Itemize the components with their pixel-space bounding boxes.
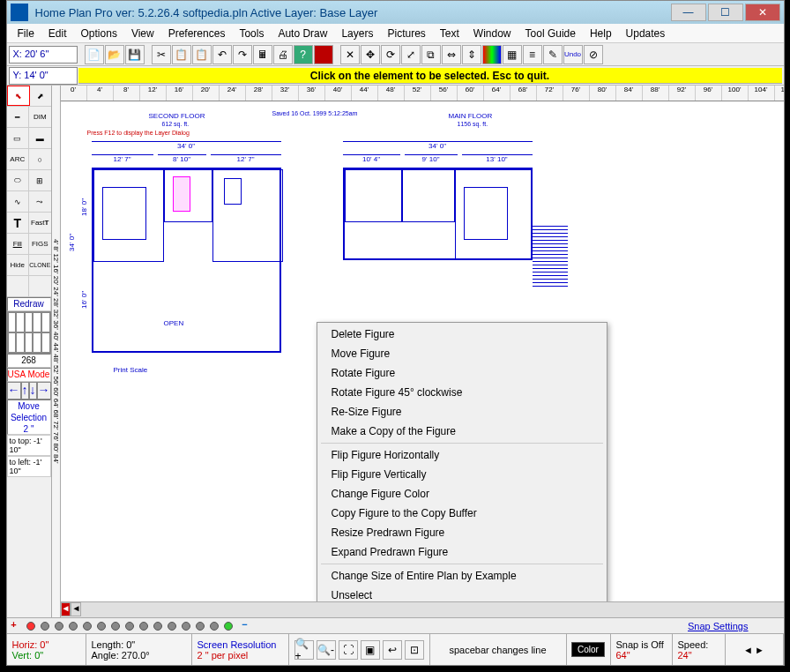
status-speed[interactable]: Speed: 24" bbox=[673, 634, 726, 665]
rotate-tool-icon[interactable]: ⟳ bbox=[381, 45, 400, 64]
usa-mode[interactable]: USA Mode bbox=[7, 368, 51, 382]
flip-v-icon[interactable]: ⇕ bbox=[462, 45, 481, 64]
layer-dot[interactable] bbox=[83, 622, 92, 631]
redraw-button[interactable]: Redraw bbox=[7, 297, 51, 311]
copy-icon[interactable]: 📋 bbox=[172, 45, 191, 64]
zoom-fit-icon[interactable]: ⛶ bbox=[339, 640, 358, 660]
scroll-h-home[interactable]: ◄ bbox=[61, 602, 71, 616]
calc-icon[interactable]: 🖩 bbox=[253, 45, 272, 64]
color-button[interactable]: Color bbox=[571, 642, 605, 657]
delete-tool-icon[interactable]: ✕ bbox=[340, 45, 360, 64]
cancel-icon[interactable]: ⊘ bbox=[584, 45, 603, 64]
oval-tool[interactable]: ⬭ bbox=[7, 170, 30, 190]
rect-tool[interactable]: ▭ bbox=[7, 128, 30, 148]
save-icon[interactable]: 💾 bbox=[125, 45, 145, 64]
rect-fill-tool[interactable]: ▬ bbox=[29, 128, 51, 148]
resize-tool-icon[interactable]: ⤢ bbox=[401, 45, 421, 64]
text-tool[interactable]: T bbox=[7, 213, 30, 233]
nudge-up[interactable]: ↑ bbox=[21, 382, 29, 399]
ctx-change-figure-color[interactable]: Change Figure Color bbox=[317, 484, 607, 504]
menu-window[interactable]: Window bbox=[466, 26, 518, 41]
menu-tool-guide[interactable]: Tool Guide bbox=[518, 26, 583, 41]
layer-dot[interactable] bbox=[41, 622, 49, 631]
layer-dot[interactable] bbox=[97, 622, 106, 631]
zoom-prev-icon[interactable]: ↩ bbox=[383, 640, 402, 660]
menu-file[interactable]: File bbox=[11, 26, 41, 41]
undo-icon[interactable]: ↶ bbox=[212, 45, 232, 64]
copy-tool-icon[interactable]: ⧉ bbox=[421, 45, 441, 64]
close-button[interactable]: ✕ bbox=[745, 4, 780, 21]
layer-dot[interactable] bbox=[139, 622, 148, 631]
layer-dot[interactable] bbox=[210, 622, 219, 631]
grid-tool[interactable]: ⊞ bbox=[29, 170, 51, 190]
print-icon[interactable]: 🖨 bbox=[273, 45, 293, 64]
layer-icon[interactable]: ≡ bbox=[523, 45, 542, 64]
zoom-all-icon[interactable]: ⊡ bbox=[405, 640, 424, 660]
ctx-make-a-copy-of-the-figure[interactable]: Make a Copy of the Figure bbox=[317, 422, 607, 441]
move-tool-icon[interactable]: ✥ bbox=[361, 45, 380, 64]
fill-tool[interactable]: Fill bbox=[7, 234, 30, 254]
new-icon[interactable]: 📄 bbox=[85, 45, 104, 64]
ctx-expand-predrawn-figure[interactable]: Expand Predrawn Figure bbox=[317, 542, 607, 562]
pointer-tool[interactable]: ⬈ bbox=[30, 86, 51, 106]
ctx-unselect[interactable]: Unselect bbox=[317, 586, 607, 601]
ctx-delete-figure[interactable]: Delete Figure bbox=[317, 325, 607, 344]
status-snap[interactable]: Snap is Off 64" bbox=[611, 634, 673, 665]
layer-dot[interactable] bbox=[153, 622, 162, 631]
menu-tools[interactable]: Tools bbox=[232, 26, 271, 41]
line-tool[interactable]: ━ bbox=[7, 107, 30, 127]
chevron-right-icon[interactable]: ► bbox=[755, 645, 764, 655]
edit-tool-icon[interactable]: ✎ bbox=[543, 45, 563, 64]
ctx-change-size-of-entire-plan-by-example[interactable]: Change Size of Entire Plan by Example bbox=[317, 566, 607, 586]
help-icon[interactable]: ? bbox=[294, 45, 313, 64]
circle-tool[interactable]: ○ bbox=[29, 149, 51, 169]
menu-pictures[interactable]: Pictures bbox=[380, 26, 432, 41]
figs-tool[interactable]: FIGS bbox=[29, 234, 51, 254]
cut-icon[interactable]: ✂ bbox=[152, 45, 171, 64]
menu-text[interactable]: Text bbox=[433, 26, 466, 41]
nudge-left[interactable]: ← bbox=[7, 382, 21, 399]
redo-icon[interactable]: ↷ bbox=[233, 45, 252, 64]
stop-icon[interactable] bbox=[314, 45, 333, 64]
layer-dot[interactable] bbox=[55, 622, 63, 631]
layer-dot[interactable] bbox=[69, 622, 78, 631]
ctx-flip-figure-vertically[interactable]: Flip Figure Vertically bbox=[317, 465, 607, 484]
layer-dot[interactable] bbox=[168, 622, 176, 631]
nudge-right[interactable]: → bbox=[37, 382, 51, 399]
menu-edit[interactable]: Edit bbox=[41, 26, 74, 41]
layer-dot[interactable] bbox=[182, 622, 190, 631]
chevron-left-icon[interactable]: ◄ bbox=[743, 645, 753, 655]
layer-dot[interactable] bbox=[196, 622, 205, 631]
ctx-rotate-figure-45-clockwise[interactable]: Rotate Figure 45° clockwise bbox=[317, 383, 607, 402]
select-tool[interactable]: ⬉ bbox=[7, 86, 30, 106]
clone-tool[interactable]: CLONE bbox=[29, 255, 51, 275]
zoom-window-icon[interactable]: ▣ bbox=[361, 640, 380, 660]
menu-view[interactable]: View bbox=[124, 26, 161, 41]
color-tool-icon[interactable] bbox=[482, 45, 502, 64]
horizontal-scrollbar[interactable]: ◄ ◄ ► bbox=[61, 601, 784, 617]
ctx-flip-figure-horizontally[interactable]: Flip Figure Horizontally bbox=[317, 445, 607, 465]
layer-dot[interactable] bbox=[125, 622, 134, 631]
open-icon[interactable]: 📂 bbox=[105, 45, 124, 64]
zoom-out-icon[interactable]: 🔍- bbox=[317, 640, 336, 660]
fast-text-tool[interactable]: FastT bbox=[29, 213, 51, 233]
layer-dot-end[interactable] bbox=[224, 622, 233, 631]
layer-dot[interactable] bbox=[111, 622, 120, 631]
menu-layers[interactable]: Layers bbox=[334, 26, 380, 41]
nudge-down[interactable]: ↓ bbox=[29, 382, 37, 399]
layer-remove[interactable]: − bbox=[238, 619, 252, 633]
dim-tool[interactable]: DIM bbox=[29, 107, 51, 127]
layer-add[interactable]: + bbox=[7, 619, 21, 633]
zoom-in-icon[interactable]: 🔍+ bbox=[294, 640, 314, 660]
layer-dot-active[interactable] bbox=[26, 622, 35, 631]
color-palette[interactable] bbox=[7, 311, 51, 354]
paste-icon[interactable]: 📋 bbox=[192, 45, 212, 64]
menu-preferences[interactable]: Preferences bbox=[161, 26, 233, 41]
flip-h-icon[interactable]: ⇔ bbox=[442, 45, 461, 64]
maximize-button[interactable]: ☐ bbox=[708, 4, 743, 21]
undo-label-icon[interactable]: Undo bbox=[563, 45, 583, 64]
menu-updates[interactable]: Updates bbox=[619, 26, 673, 41]
curve-tool[interactable]: ∿ bbox=[7, 191, 30, 212]
polyline-tool[interactable]: ⤳ bbox=[29, 191, 51, 212]
minimize-button[interactable]: — bbox=[671, 4, 706, 21]
